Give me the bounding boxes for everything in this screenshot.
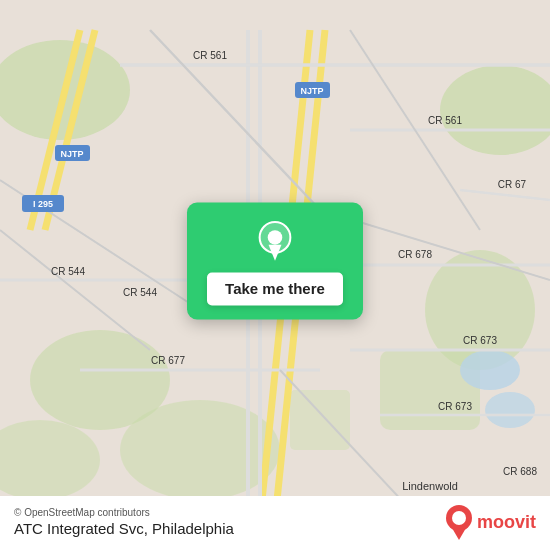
moovit-pin-icon	[445, 504, 473, 540]
svg-text:CR 561: CR 561	[193, 50, 227, 61]
svg-point-9	[460, 350, 520, 390]
location-pin-icon	[254, 220, 296, 262]
map-container: I 295 NJTP NJTP CR 561 CR 561 CR 67 CR 5…	[0, 0, 550, 550]
svg-text:CR 677: CR 677	[151, 355, 185, 366]
svg-text:I 295: I 295	[33, 199, 53, 209]
svg-point-10	[485, 392, 535, 428]
svg-rect-8	[290, 390, 350, 450]
svg-text:NJTP: NJTP	[300, 86, 323, 96]
osm-credit: © OpenStreetMap contributors	[14, 507, 234, 518]
svg-text:CR 673: CR 673	[463, 335, 497, 346]
svg-point-50	[268, 230, 283, 245]
svg-text:CR 544: CR 544	[123, 287, 157, 298]
svg-text:CR 67: CR 67	[498, 179, 527, 190]
popup-card: Take me there	[187, 202, 363, 319]
moovit-logo: moovit	[445, 504, 536, 540]
moovit-brand-text: moovit	[477, 512, 536, 533]
svg-text:Lindenwold: Lindenwold	[402, 480, 458, 492]
location-name: ATC Integrated Svc, Philadelphia	[14, 520, 234, 537]
svg-text:NJTP: NJTP	[60, 149, 83, 159]
svg-marker-54	[452, 528, 466, 540]
svg-point-53	[452, 511, 466, 525]
svg-text:CR 688: CR 688	[503, 466, 537, 477]
svg-point-7	[120, 400, 280, 500]
location-info: © OpenStreetMap contributors ATC Integra…	[14, 507, 234, 537]
take-me-there-button[interactable]: Take me there	[207, 272, 343, 305]
bottom-bar: © OpenStreetMap contributors ATC Integra…	[0, 496, 550, 550]
svg-text:CR 678: CR 678	[398, 249, 432, 260]
svg-text:CR 673: CR 673	[438, 401, 472, 412]
svg-text:CR 561: CR 561	[428, 115, 462, 126]
svg-text:CR 544: CR 544	[51, 266, 85, 277]
